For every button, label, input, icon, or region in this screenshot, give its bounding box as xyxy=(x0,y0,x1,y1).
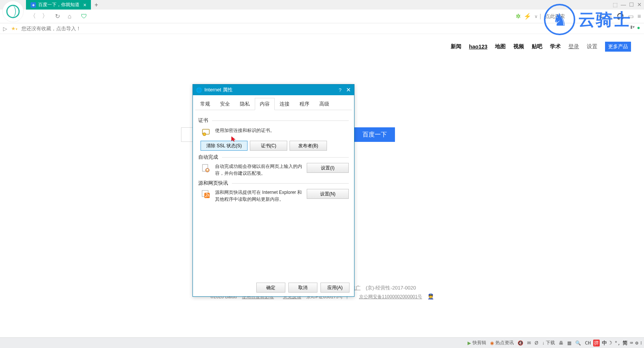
taskbar-hot[interactable]: ◉热点资讯 xyxy=(490,340,514,346)
tray-moon-icon[interactable]: ☽ xyxy=(609,340,612,346)
shield-icon: 🛡 xyxy=(81,13,87,20)
tray-ime-jian[interactable]: 简 xyxy=(623,340,628,346)
nav-settings[interactable]: 设置 xyxy=(587,43,597,50)
tab-close-icon[interactable]: × xyxy=(83,2,86,8)
taskbar-clip[interactable]: ▶快剪辑 xyxy=(468,340,486,346)
download-icon[interactable]: ⇩ xyxy=(608,13,613,20)
nav-map[interactable]: 地图 xyxy=(495,43,506,50)
certificates-button[interactable]: 证书(C) xyxy=(250,141,287,151)
reload-button[interactable]: ↻ xyxy=(52,11,63,22)
group-cert-label: 证书 xyxy=(198,117,208,124)
home-button[interactable]: ⌂ xyxy=(64,11,75,22)
tray-keyboard-icon[interactable]: ⌨ xyxy=(630,340,633,346)
apply-button[interactable]: 应用(A) xyxy=(320,283,350,293)
extension-dropdown-icon[interactable]: ∨ │ xyxy=(534,14,542,19)
nav-xueshu[interactable]: 学术 xyxy=(550,43,561,50)
headphone-icon[interactable]: 🎧 xyxy=(616,13,624,20)
clear-ssl-button[interactable]: 清除 SSL 状态(S) xyxy=(201,141,248,151)
back-button[interactable]: 〈 xyxy=(28,11,38,22)
dialog-tabs: 常规 安全 隐私 内容 连接 程序 高级 xyxy=(195,98,352,110)
browser-tab[interactable]: ◈ 百度一下，你就知道 × xyxy=(26,0,91,10)
tray-ime-pin[interactable]: 拼 xyxy=(593,340,600,346)
dialog-title: Internet 属性 xyxy=(204,86,233,93)
dialog-globe-icon: 🌐 xyxy=(196,87,202,93)
autocomplete-settings-button[interactable]: 设置(I) xyxy=(307,163,349,173)
dialog-help-icon[interactable]: ? xyxy=(339,87,341,93)
browser-logo-icon xyxy=(2,1,24,22)
dialog-close-icon[interactable]: ✕ xyxy=(346,86,351,93)
cancel-button[interactable]: 取消 xyxy=(288,283,317,293)
forward-button[interactable]: 〉 xyxy=(40,11,50,22)
baidu-search-button[interactable]: 百度一下 xyxy=(354,127,395,142)
tray-punct-icon[interactable]: °, xyxy=(615,340,621,346)
favorite-star-icon[interactable]: ★▾ xyxy=(11,26,18,31)
hot-icon: ◉ xyxy=(490,340,494,346)
feeds-description: 源和网页快讯提供可在 Internet Explorer 和其他程序中读取的网站… xyxy=(215,189,304,203)
taskbar-app-icon[interactable]: ▦ xyxy=(567,340,571,346)
page-content: 新闻 hao123 地图 视频 贴吧 学术 登录 设置 更多产品 百度一下 把百… xyxy=(0,34,644,337)
svg-point-0 xyxy=(7,5,19,18)
tray-ime-zhong[interactable]: 中 xyxy=(602,340,607,346)
taskbar-download[interactable]: ↓ 下载 xyxy=(542,340,555,346)
baidu-top-nav: 新闻 hao123 地图 视频 贴吧 学术 登录 设置 更多产品 xyxy=(451,42,631,52)
dialog-title-bar[interactable]: 🌐 Internet 属性 ? ✕ xyxy=(193,85,354,95)
bookmark-import-message[interactable]: 您还没有收藏，点击导入！ xyxy=(21,25,81,32)
bookmark-sync-area: ▮▾ ● xyxy=(630,24,640,31)
tray-gear-icon[interactable]: ⚙ xyxy=(635,340,638,346)
clip-icon: ▶ xyxy=(468,340,471,346)
nav-bar: 〈 〉 ↻ ⌂ 🛡 ✲ ⚡ ∨ │ ☯ ⇩ 🎧 ▭ ≡ xyxy=(0,10,644,23)
nav-tieba[interactable]: 贴吧 xyxy=(532,43,542,50)
tray-help-icon[interactable]: ፧ xyxy=(641,340,642,346)
footer-public-record[interactable]: 京公网安备11000002000001号 xyxy=(359,294,422,299)
taskbar-print-icon[interactable]: 🖶 xyxy=(559,340,563,346)
nav-more-products[interactable]: 更多产品 xyxy=(605,42,631,52)
extension-refresh-icon[interactable]: ✲ xyxy=(516,13,521,20)
taskbar-mute-icon[interactable]: 🔇 xyxy=(518,340,523,346)
nav-login[interactable]: 登录 xyxy=(568,43,579,50)
taskbar-block-icon[interactable]: Ø xyxy=(535,340,538,346)
translate-icon[interactable]: ☯ xyxy=(599,13,604,20)
tab-content[interactable]: 内容 xyxy=(255,98,275,110)
tab-title: 百度一下，你就知道 xyxy=(38,2,79,8)
ok-button[interactable]: 确定 xyxy=(256,283,285,293)
taskbar-msg-icon[interactable]: ✉ xyxy=(527,340,531,346)
bolt-icon[interactable]: ⚡ xyxy=(524,13,531,20)
svg-point-2 xyxy=(203,133,206,136)
sync-status-icon[interactable]: ● xyxy=(637,24,640,31)
feeds-settings-button[interactable]: 设置(N) xyxy=(307,189,349,199)
tab-connections[interactable]: 连接 xyxy=(275,98,294,110)
nav-news[interactable]: 新闻 xyxy=(451,43,461,50)
publishers-button[interactable]: 发布者(B) xyxy=(290,141,327,151)
window-close-icon[interactable]: ✕ xyxy=(637,2,642,8)
new-tab-button[interactable]: + xyxy=(91,0,102,10)
tab-programs[interactable]: 程序 xyxy=(294,98,314,110)
tab-security[interactable]: 安全 xyxy=(215,98,235,110)
taskbar: ▶快剪辑 ◉热点资讯 🔇 ✉ Ø ↓ 下载 🖶 ▦ 🔍 CH 拼 中 ☽ °, … xyxy=(0,337,644,348)
autocomplete-description: 自动完成功能会存储以前在网页上输入的内容，并向你建议匹配项。 xyxy=(215,163,304,177)
dialog-body: 证书 使用加密连接和标识的证书。 清除 SSL 状态(S) 证书(C) 发布者(… xyxy=(193,110,354,207)
bookmark-play-icon[interactable]: ▷ xyxy=(3,26,7,32)
baidu-favicon-icon: ◈ xyxy=(31,2,36,8)
browser-search-input[interactable] xyxy=(545,13,599,19)
svg-point-8 xyxy=(205,196,207,197)
tab-privacy[interactable]: 隐私 xyxy=(235,98,255,110)
group-cert-header: 证书 xyxy=(198,117,349,124)
certificate-icon xyxy=(201,127,211,138)
tab-advanced[interactable]: 高级 xyxy=(314,98,334,110)
taskbar-zoom-icon[interactable]: 🔍 xyxy=(575,340,581,346)
menu-icon[interactable]: ≡ xyxy=(638,13,641,20)
group-autocomplete-header: 自动完成 xyxy=(198,154,349,161)
pip-icon[interactable]: ▭ xyxy=(628,13,634,20)
window-maximize-icon[interactable]: ☐ xyxy=(629,2,634,8)
nav-video[interactable]: 视频 xyxy=(513,43,524,50)
window-skin-icon[interactable]: ⬚ xyxy=(613,2,618,8)
address-area[interactable]: 🛡 xyxy=(79,13,513,20)
tab-general[interactable]: 常规 xyxy=(195,98,215,110)
nav-hao123[interactable]: hao123 xyxy=(469,44,487,50)
tray-lang[interactable]: CH xyxy=(585,340,591,346)
window-minimize-icon[interactable]: — xyxy=(621,2,626,8)
system-tray: CH 拼 中 ☽ °, 简 ⌨ ⚙ ፧ xyxy=(585,340,642,346)
group-feeds-header: 源和网页快讯 xyxy=(198,180,349,187)
sync-battery-icon[interactable]: ▮▾ xyxy=(630,24,635,31)
internet-properties-dialog: 🌐 Internet 属性 ? ✕ 常规 安全 隐私 内容 连接 程序 高级 证… xyxy=(193,84,354,297)
